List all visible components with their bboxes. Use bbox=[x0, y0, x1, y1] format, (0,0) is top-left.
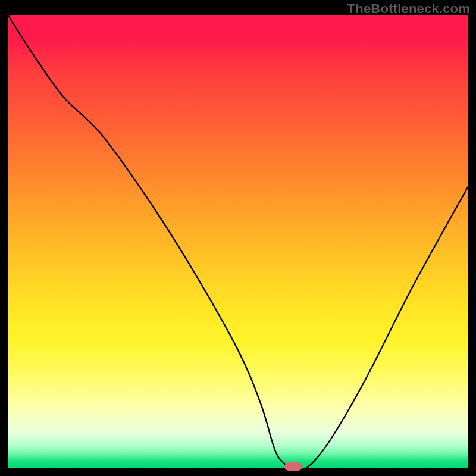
watermark-text: TheBottleneck.com bbox=[347, 1, 470, 17]
optimal-point-marker bbox=[284, 462, 302, 471]
plot-area bbox=[8, 15, 468, 468]
chart-frame: TheBottleneck.com bbox=[0, 0, 476, 476]
bottleneck-curve bbox=[8, 15, 468, 468]
